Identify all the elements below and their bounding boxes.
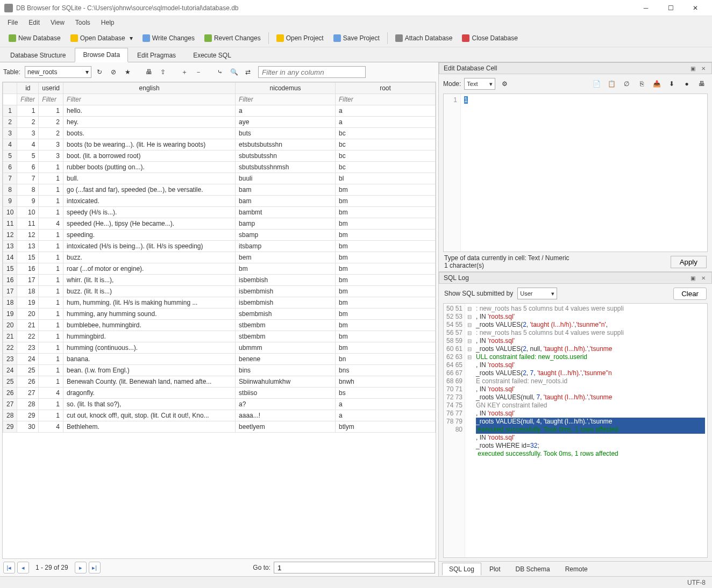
cell-english[interactable]: Bethlehem. — [63, 421, 236, 433]
cell-id[interactable]: 10 — [17, 207, 39, 218]
maximize-button[interactable]: ☐ — [658, 0, 683, 16]
cell-english[interactable]: Benewah County. (lit. Benewah land, name… — [63, 376, 236, 388]
table-row[interactable]: 17181buzz. (lit. It is...)isbembmishbm — [3, 286, 436, 297]
col-root[interactable]: root — [336, 83, 436, 94]
filter-id[interactable] — [17, 94, 38, 105]
cell-english[interactable]: bean. (l.w. from Engl.) — [63, 365, 236, 376]
table-row[interactable]: 16171whirr. (lit. It is...),isbembishbm — [3, 275, 436, 286]
cell-id[interactable]: 23 — [17, 342, 39, 354]
attach-database-button[interactable]: Attach Database — [391, 32, 457, 44]
cell-id[interactable]: 27 — [17, 388, 39, 399]
cell-userid[interactable]: 1 — [39, 263, 63, 275]
cell-english[interactable]: speedy (H/s is...). — [63, 207, 236, 218]
cell-nicodemus[interactable]: bm — [236, 263, 336, 275]
cell-id[interactable]: 16 — [17, 263, 39, 275]
cell-english[interactable]: hum, humming. (lit. H/s is making hummin… — [63, 297, 236, 309]
table-row[interactable]: 21221hummingbird.stbembmbm — [3, 331, 436, 342]
cell-userid[interactable]: 1 — [39, 410, 63, 421]
table-row[interactable]: 553boot. (lit. a borrowed root)sbutsbuts… — [3, 150, 436, 162]
table-row[interactable]: 10101speedy (H/s is...).bambmtbm — [3, 207, 436, 218]
cell-id[interactable]: 9 — [17, 196, 39, 207]
table-row[interactable]: 771bull.buulibl — [3, 173, 436, 184]
cell-root[interactable]: bm — [336, 230, 436, 241]
filter-userid[interactable] — [39, 94, 63, 105]
cell-english[interactable]: hey. — [63, 117, 236, 128]
cell-english[interactable]: banana. — [63, 354, 236, 365]
cell-english[interactable]: buzz. — [63, 252, 236, 263]
cell-editor[interactable]: 1 1 — [443, 94, 708, 252]
cell-english[interactable]: boots (to be wearing...). (lit. He is we… — [63, 139, 236, 150]
cell-root[interactable]: a — [336, 399, 436, 410]
cell-nicodemus[interactable]: stbembm — [236, 320, 336, 331]
col-userid[interactable]: userid — [39, 83, 63, 94]
cell-english[interactable]: so. (lit. Is that so?), — [63, 399, 236, 410]
cell-english[interactable]: hello. — [63, 105, 236, 117]
menu-file[interactable]: File — [2, 18, 23, 27]
table-row[interactable]: 27281so. (lit. Is that so?),a?a — [3, 399, 436, 410]
cell-root[interactable]: bl — [336, 173, 436, 184]
menu-view[interactable]: View — [45, 18, 70, 27]
cell-root[interactable]: bm — [336, 342, 436, 354]
open-project-button[interactable]: Open Project — [272, 32, 328, 44]
delete-record-icon[interactable]: － — [193, 66, 204, 78]
cell-nicodemus[interactable]: itsbamp — [236, 241, 336, 252]
mode-select[interactable]: Text ▾ — [464, 78, 495, 90]
cell-english[interactable]: humming (continuous...). — [63, 342, 236, 354]
cell-root[interactable]: bc — [336, 162, 436, 173]
close-window-button[interactable]: ✕ — [683, 0, 708, 16]
clear-filters-icon[interactable]: ⊘ — [108, 66, 119, 78]
sql-log-text[interactable]: 50 51 52 53 54 55 56 57 58 59 60 61 62 6… — [443, 303, 708, 558]
cell-userid[interactable]: 4 — [39, 421, 63, 433]
cell-root[interactable]: a — [336, 117, 436, 128]
bottom-tab-plot[interactable]: Plot — [482, 563, 508, 576]
table-row[interactable]: 222hey.ayea — [3, 117, 436, 128]
cell-root[interactable]: bn — [336, 354, 436, 365]
cell-root[interactable]: bm — [336, 207, 436, 218]
cell-root[interactable]: bm — [336, 297, 436, 309]
table-row[interactable]: 13131intoxicated (H/s is being...). (lit… — [3, 241, 436, 252]
cell-english[interactable]: rubber boots (putting on...). — [63, 162, 236, 173]
new-database-button[interactable]: New Database — [4, 32, 65, 44]
cell-nicodemus[interactable]: sbutsbutsshn — [236, 150, 336, 162]
cell-id[interactable]: 22 — [17, 331, 39, 342]
col-id[interactable]: id — [17, 83, 39, 94]
filter-all-input[interactable] — [258, 66, 366, 78]
cell-root[interactable]: bc — [336, 150, 436, 162]
cell-nicodemus[interactable]: isbembmish — [236, 286, 336, 297]
cell-userid[interactable]: 4 — [39, 388, 63, 399]
table-row[interactable]: 26274dragonfly.stbiisobs — [3, 388, 436, 399]
cell-root[interactable]: bs — [336, 388, 436, 399]
cell-english[interactable]: intoxicated. — [63, 196, 236, 207]
table-row[interactable]: 11114speeded (He...), tipsy (He became..… — [3, 218, 436, 230]
cell-userid[interactable]: 1 — [39, 354, 63, 365]
cell-nicodemus[interactable]: sbutsbutsshnmsh — [236, 162, 336, 173]
replace-icon[interactable]: ⇄ — [242, 66, 254, 78]
close-panel-icon[interactable]: ✕ — [700, 274, 707, 282]
col-english[interactable]: english — [63, 83, 236, 94]
cell-id[interactable]: 7 — [17, 173, 39, 184]
find-icon[interactable]: 🔍 — [228, 66, 240, 78]
close-panel-icon[interactable]: ✕ — [700, 64, 707, 72]
cell-english[interactable]: bull. — [63, 173, 236, 184]
table-row[interactable]: 12121speeding.sbampbm — [3, 230, 436, 241]
cell-nicodemus[interactable]: bam — [236, 196, 336, 207]
save-filter-icon[interactable]: ★ — [122, 66, 133, 78]
table-row[interactable]: 28291cut out, knock off!, quit, stop. (l… — [3, 410, 436, 421]
cell-nicodemus[interactable]: bamp — [236, 218, 336, 230]
cell-nicodemus[interactable]: aye — [236, 117, 336, 128]
table-row[interactable]: 111hello.aa — [3, 105, 436, 117]
cell-english[interactable]: speeding. — [63, 230, 236, 241]
cell-english[interactable]: roar (...of motor or engine). — [63, 263, 236, 275]
table-row[interactable]: 18191hum, humming. (lit. H/s is making h… — [3, 297, 436, 309]
table-row[interactable]: 332boots.butsbc — [3, 128, 436, 139]
cell-id[interactable]: 1 — [17, 105, 39, 117]
filter-english[interactable] — [63, 94, 235, 105]
table-row[interactable]: 443boots (to be wearing...). (lit. He is… — [3, 139, 436, 150]
load-cell-icon[interactable]: ⬇ — [666, 78, 678, 90]
cell-userid[interactable]: 1 — [39, 252, 63, 263]
cell-root[interactable]: bc — [336, 139, 436, 150]
cell-userid[interactable]: 1 — [39, 342, 63, 354]
erase-cell-icon[interactable]: ● — [681, 78, 693, 90]
cell-userid[interactable]: 1 — [39, 331, 63, 342]
cell-nicodemus[interactable]: Sbiinwahulumkhw — [236, 376, 336, 388]
